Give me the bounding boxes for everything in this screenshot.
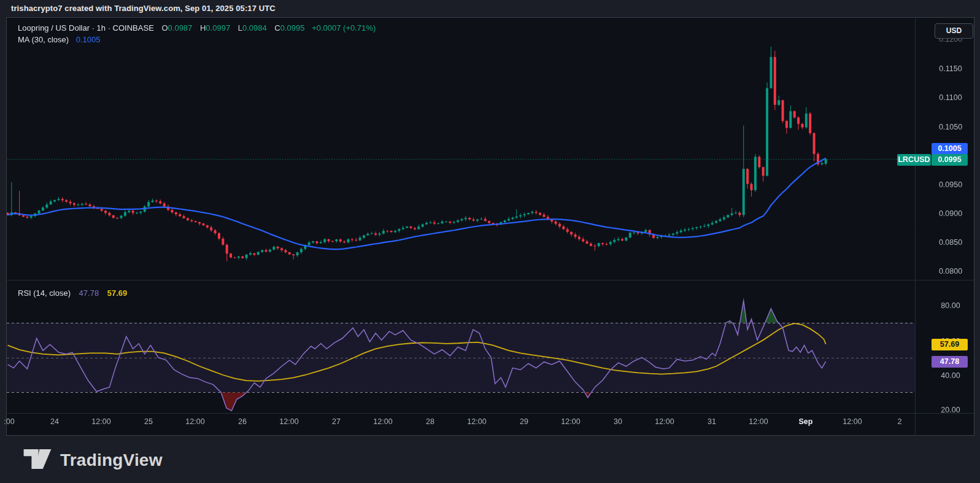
close-label: C [274, 23, 280, 33]
time-axis-label: 12:00 [467, 417, 486, 427]
time-axis-label: 12:00 [655, 417, 674, 427]
price-axis-label: 0.1150 [927, 64, 974, 74]
price-axis-label: 0.0900 [927, 209, 974, 218]
time-axis-label: 12:00 [91, 417, 110, 427]
rsi-axis-label: 40.00 [927, 371, 974, 381]
tradingview-logo-text: TradingView [60, 450, 163, 470]
time-axis-label: 12:00 [749, 417, 768, 427]
chart-canvas[interactable] [7, 18, 974, 435]
ma-label: MA (30, close) [18, 35, 69, 44]
time-axis-label: 27 [332, 417, 341, 427]
time-axis-label: 12:00 [185, 417, 204, 427]
ma-legend: MA (30, close) 0.1005 [18, 35, 100, 44]
footer-bar: TradingView [0, 436, 980, 483]
rsi-ma-badge: 57.69 [932, 339, 968, 350]
high-label: H [200, 23, 206, 33]
time-axis-label: 25 [144, 417, 153, 427]
time-axis-label: 12:00 [373, 417, 392, 427]
price-axis-label: 0.1050 [927, 122, 974, 132]
time-axis-label: 26 [238, 417, 247, 427]
time-axis-label: :00 [4, 417, 14, 427]
close-value: 0.0995 [280, 23, 305, 33]
time-axis-label: 12:00 [843, 417, 862, 427]
low-label: L [238, 23, 242, 33]
chart-widget: Loopring / US Dollar · 1h · COINBASE O0.… [6, 17, 974, 436]
time-axis-label: 29 [520, 417, 528, 427]
symbol-legend: Loopring / US Dollar · 1h · COINBASE O0.… [18, 23, 376, 33]
tradingview-snapshot: trishacrypto7 created with TradingView.c… [0, 0, 980, 483]
price-axis-label: 0.1100 [927, 93, 974, 102]
attribution-bar: trishacrypto7 created with TradingView.c… [0, 0, 980, 17]
price-axis-label: 0.0950 [927, 180, 974, 190]
last-price-badge: 0.0995 [932, 154, 968, 166]
rsi-axis-label: 80.00 [927, 301, 974, 311]
time-axis-label: 28 [426, 417, 434, 427]
change-value: +0.0007 (+0.71%) [312, 23, 376, 33]
ma-value-badge: 0.1005 [932, 143, 968, 155]
time-axis-label: Sep [799, 417, 813, 427]
rsi-value-badge: 47.78 [932, 356, 968, 368]
price-axis-label: 0.0850 [927, 238, 974, 247]
currency-toggle-button[interactable]: USD [935, 23, 973, 39]
price-axis-label: 0.0800 [927, 266, 974, 276]
open-label: O [161, 23, 168, 33]
time-axis-label: 12:00 [279, 417, 298, 427]
tradingview-logo[interactable]: TradingView [23, 449, 163, 471]
rsi-legend: RSI (14, close) 47.78 57.69 [18, 288, 127, 298]
attribution-text: trishacrypto7 created with TradingView.c… [11, 4, 276, 13]
low-value: 0.0984 [242, 23, 267, 33]
ma-value: 0.1005 [76, 35, 101, 44]
symbol-price-tag: LRCUSD [897, 154, 931, 166]
time-axis-label: 12:00 [561, 417, 580, 427]
time-axis-label: 30 [614, 417, 622, 427]
symbol-title: Loopring / US Dollar · 1h · COINBASE [18, 23, 154, 33]
time-axis-label: 2 [898, 417, 902, 427]
time-axis-label: 31 [708, 417, 716, 427]
time-axis-label: 24 [50, 417, 59, 427]
open-value: 0.0987 [168, 23, 193, 33]
rsi-axis-label: 20.00 [927, 405, 974, 415]
rsi-ma-value: 57.69 [107, 288, 128, 298]
tradingview-logo-icon [23, 449, 52, 471]
high-value: 0.0997 [206, 23, 230, 33]
rsi-value: 47.78 [79, 288, 99, 298]
rsi-label: RSI (14, close) [18, 288, 71, 298]
